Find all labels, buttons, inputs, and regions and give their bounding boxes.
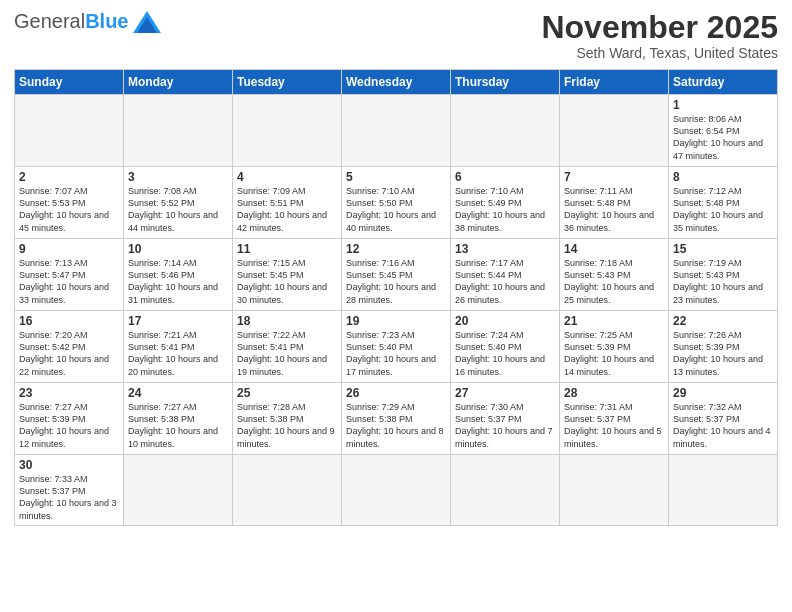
calendar-cell: 20Sunrise: 7:24 AM Sunset: 5:40 PM Dayli… [451,311,560,383]
calendar-cell [560,455,669,526]
day-number: 3 [128,170,228,184]
logo-area: General Blue [14,10,161,33]
day-number: 22 [673,314,773,328]
day-info: Sunrise: 7:30 AM Sunset: 5:37 PM Dayligh… [455,401,555,450]
calendar-cell [342,455,451,526]
calendar-cell [233,455,342,526]
calendar-cell: 8Sunrise: 7:12 AM Sunset: 5:48 PM Daylig… [669,167,778,239]
calendar-week-3: 16Sunrise: 7:20 AM Sunset: 5:42 PM Dayli… [15,311,778,383]
day-info: Sunrise: 7:19 AM Sunset: 5:43 PM Dayligh… [673,257,773,306]
col-thursday: Thursday [451,70,560,95]
calendar-cell: 27Sunrise: 7:30 AM Sunset: 5:37 PM Dayli… [451,383,560,455]
calendar-cell: 18Sunrise: 7:22 AM Sunset: 5:41 PM Dayli… [233,311,342,383]
day-info: Sunrise: 7:26 AM Sunset: 5:39 PM Dayligh… [673,329,773,378]
day-info: Sunrise: 7:21 AM Sunset: 5:41 PM Dayligh… [128,329,228,378]
col-wednesday: Wednesday [342,70,451,95]
calendar-cell [233,95,342,167]
calendar-cell [451,95,560,167]
calendar-cell: 13Sunrise: 7:17 AM Sunset: 5:44 PM Dayli… [451,239,560,311]
calendar-week-0: 1Sunrise: 8:06 AM Sunset: 6:54 PM Daylig… [15,95,778,167]
day-info: Sunrise: 7:17 AM Sunset: 5:44 PM Dayligh… [455,257,555,306]
day-number: 27 [455,386,555,400]
day-number: 9 [19,242,119,256]
day-number: 25 [237,386,337,400]
header: General Blue November 2025 Seth Ward, Te… [14,10,778,61]
calendar-cell: 24Sunrise: 7:27 AM Sunset: 5:38 PM Dayli… [124,383,233,455]
day-info: Sunrise: 7:11 AM Sunset: 5:48 PM Dayligh… [564,185,664,234]
day-number: 21 [564,314,664,328]
day-number: 23 [19,386,119,400]
col-tuesday: Tuesday [233,70,342,95]
calendar-cell: 5Sunrise: 7:10 AM Sunset: 5:50 PM Daylig… [342,167,451,239]
day-number: 20 [455,314,555,328]
day-number: 16 [19,314,119,328]
calendar-cell: 6Sunrise: 7:10 AM Sunset: 5:49 PM Daylig… [451,167,560,239]
logo-icon [133,11,161,33]
calendar-week-4: 23Sunrise: 7:27 AM Sunset: 5:39 PM Dayli… [15,383,778,455]
day-info: Sunrise: 7:10 AM Sunset: 5:49 PM Dayligh… [455,185,555,234]
calendar-table: Sunday Monday Tuesday Wednesday Thursday… [14,69,778,526]
day-info: Sunrise: 7:20 AM Sunset: 5:42 PM Dayligh… [19,329,119,378]
calendar-cell: 21Sunrise: 7:25 AM Sunset: 5:39 PM Dayli… [560,311,669,383]
calendar-cell [15,95,124,167]
calendar-cell: 4Sunrise: 7:09 AM Sunset: 5:51 PM Daylig… [233,167,342,239]
col-friday: Friday [560,70,669,95]
location-subtitle: Seth Ward, Texas, United States [541,45,778,61]
calendar-cell: 2Sunrise: 7:07 AM Sunset: 5:53 PM Daylig… [15,167,124,239]
day-info: Sunrise: 7:08 AM Sunset: 5:52 PM Dayligh… [128,185,228,234]
day-number: 26 [346,386,446,400]
logo-general-text: General [14,10,85,33]
calendar-cell: 30Sunrise: 7:33 AM Sunset: 5:37 PM Dayli… [15,455,124,526]
calendar-cell: 26Sunrise: 7:29 AM Sunset: 5:38 PM Dayli… [342,383,451,455]
calendar-cell: 29Sunrise: 7:32 AM Sunset: 5:37 PM Dayli… [669,383,778,455]
calendar-week-5: 30Sunrise: 7:33 AM Sunset: 5:37 PM Dayli… [15,455,778,526]
calendar-cell [342,95,451,167]
calendar-cell [124,95,233,167]
day-info: Sunrise: 7:18 AM Sunset: 5:43 PM Dayligh… [564,257,664,306]
calendar-cell: 25Sunrise: 7:28 AM Sunset: 5:38 PM Dayli… [233,383,342,455]
day-info: Sunrise: 7:12 AM Sunset: 5:48 PM Dayligh… [673,185,773,234]
title-area: November 2025 Seth Ward, Texas, United S… [541,10,778,61]
day-number: 1 [673,98,773,112]
day-number: 28 [564,386,664,400]
calendar-cell: 16Sunrise: 7:20 AM Sunset: 5:42 PM Dayli… [15,311,124,383]
day-number: 17 [128,314,228,328]
calendar-week-1: 2Sunrise: 7:07 AM Sunset: 5:53 PM Daylig… [15,167,778,239]
col-monday: Monday [124,70,233,95]
calendar-cell [451,455,560,526]
day-info: Sunrise: 7:23 AM Sunset: 5:40 PM Dayligh… [346,329,446,378]
day-info: Sunrise: 7:07 AM Sunset: 5:53 PM Dayligh… [19,185,119,234]
day-number: 12 [346,242,446,256]
day-info: Sunrise: 7:32 AM Sunset: 5:37 PM Dayligh… [673,401,773,450]
day-info: Sunrise: 7:25 AM Sunset: 5:39 PM Dayligh… [564,329,664,378]
day-info: Sunrise: 7:27 AM Sunset: 5:38 PM Dayligh… [128,401,228,450]
day-number: 13 [455,242,555,256]
day-info: Sunrise: 7:28 AM Sunset: 5:38 PM Dayligh… [237,401,337,450]
calendar-cell: 15Sunrise: 7:19 AM Sunset: 5:43 PM Dayli… [669,239,778,311]
day-number: 7 [564,170,664,184]
day-number: 2 [19,170,119,184]
day-number: 10 [128,242,228,256]
calendar-cell: 23Sunrise: 7:27 AM Sunset: 5:39 PM Dayli… [15,383,124,455]
day-info: Sunrise: 7:22 AM Sunset: 5:41 PM Dayligh… [237,329,337,378]
calendar-cell: 9Sunrise: 7:13 AM Sunset: 5:47 PM Daylig… [15,239,124,311]
calendar-cell [124,455,233,526]
day-info: Sunrise: 7:33 AM Sunset: 5:37 PM Dayligh… [19,473,119,522]
calendar-cell [669,455,778,526]
day-info: Sunrise: 7:15 AM Sunset: 5:45 PM Dayligh… [237,257,337,306]
calendar-cell: 17Sunrise: 7:21 AM Sunset: 5:41 PM Dayli… [124,311,233,383]
day-info: Sunrise: 7:09 AM Sunset: 5:51 PM Dayligh… [237,185,337,234]
day-number: 29 [673,386,773,400]
day-info: Sunrise: 7:14 AM Sunset: 5:46 PM Dayligh… [128,257,228,306]
col-sunday: Sunday [15,70,124,95]
day-number: 19 [346,314,446,328]
calendar-cell: 28Sunrise: 7:31 AM Sunset: 5:37 PM Dayli… [560,383,669,455]
day-info: Sunrise: 7:24 AM Sunset: 5:40 PM Dayligh… [455,329,555,378]
day-number: 15 [673,242,773,256]
calendar-cell: 12Sunrise: 7:16 AM Sunset: 5:45 PM Dayli… [342,239,451,311]
calendar-cell: 11Sunrise: 7:15 AM Sunset: 5:45 PM Dayli… [233,239,342,311]
day-info: Sunrise: 7:10 AM Sunset: 5:50 PM Dayligh… [346,185,446,234]
logo: General Blue [14,10,161,33]
day-info: Sunrise: 8:06 AM Sunset: 6:54 PM Dayligh… [673,113,773,162]
calendar-cell: 3Sunrise: 7:08 AM Sunset: 5:52 PM Daylig… [124,167,233,239]
